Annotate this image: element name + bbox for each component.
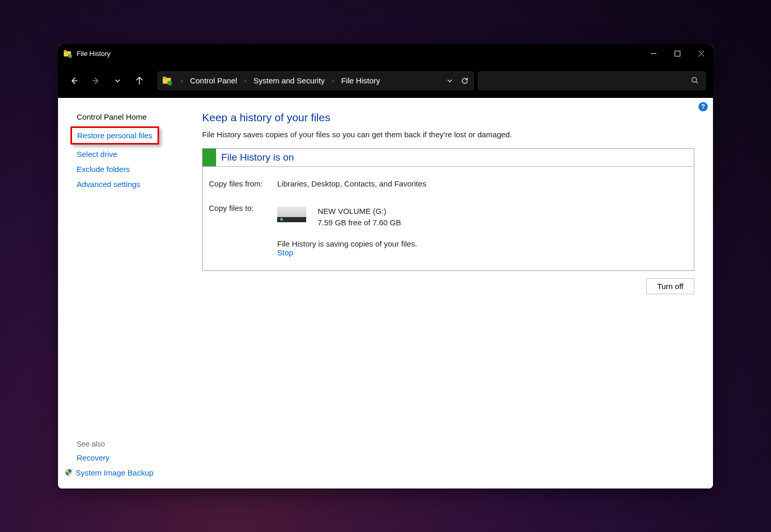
copy-from-label: Copy files from:	[209, 177, 276, 190]
main-panel: Keep a history of your files File Histor…	[202, 98, 713, 488]
sidebar: Control Panel Home Restore personal file…	[58, 98, 202, 488]
address-bar[interactable]: › Control Panel › System and Security › …	[158, 71, 474, 90]
titlebar: File History	[58, 44, 713, 64]
saving-status-message: File History is saving copies of your fi…	[277, 239, 426, 248]
svg-rect-4	[675, 51, 680, 56]
chevron-right-icon[interactable]: ›	[241, 78, 250, 84]
status-title: File History is on	[216, 152, 294, 163]
see-also-label: See also	[77, 440, 202, 450]
up-button[interactable]	[131, 72, 148, 90]
sidebar-control-panel-home[interactable]: Control Panel Home	[77, 109, 202, 124]
svg-rect-11	[163, 77, 166, 79]
status-box: File History is on Copy files from: Libr…	[202, 148, 694, 271]
recent-locations-button[interactable]	[109, 72, 126, 90]
sidebar-advanced-settings[interactable]: Advanced settings	[77, 177, 202, 192]
copy-from-value: Libraries, Desktop, Contacts, and Favori…	[277, 177, 426, 190]
drive-name: NEW VOLUME (G:)	[318, 206, 401, 218]
file-history-window: File History	[58, 44, 713, 488]
breadcrumb-file-history[interactable]: File History	[339, 75, 382, 86]
highlight-restore-personal-files: Restore personal files	[70, 126, 159, 145]
help-icon[interactable]: ?	[698, 102, 708, 111]
drive-icon	[277, 207, 306, 222]
folder-icon	[162, 76, 173, 86]
nav-toolbar: › Control Panel › System and Security › …	[58, 64, 713, 98]
search-box[interactable]	[478, 71, 706, 90]
svg-line-14	[696, 82, 698, 84]
search-icon	[691, 77, 699, 84]
sidebar-select-drive[interactable]: Select drive	[77, 147, 202, 162]
forward-button[interactable]	[87, 72, 105, 90]
stop-link[interactable]: Stop	[277, 248, 426, 257]
sidebar-exclude-folders[interactable]: Exclude folders	[77, 162, 202, 177]
turn-off-button[interactable]: Turn off	[646, 278, 694, 294]
sidebar-restore-personal-files[interactable]: Restore personal files	[77, 128, 152, 143]
refresh-button[interactable]	[461, 77, 469, 85]
close-button[interactable]	[689, 44, 713, 64]
svg-point-13	[692, 78, 697, 82]
chevron-right-icon[interactable]: ›	[178, 78, 186, 84]
content-area: ? Control Panel Home Restore personal fi…	[58, 98, 713, 488]
svg-point-12	[167, 81, 172, 85]
page-heading: Keep a history of your files	[202, 111, 694, 124]
address-dropdown-button[interactable]	[446, 77, 453, 84]
status-indicator-icon	[203, 149, 216, 166]
sidebar-system-image-backup[interactable]: System Image Backup	[76, 465, 153, 480]
minimize-button[interactable]	[641, 44, 665, 64]
breadcrumb-control-panel[interactable]: Control Panel	[188, 75, 239, 86]
window-title: File History	[77, 50, 110, 57]
shield-icon	[64, 468, 73, 477]
page-subtitle: File History saves copies of your files …	[202, 130, 694, 139]
breadcrumb-system-security[interactable]: System and Security	[251, 75, 327, 86]
back-button[interactable]	[65, 72, 83, 90]
svg-rect-1	[64, 50, 67, 52]
copy-to-label: Copy files to:	[209, 202, 276, 259]
chevron-right-icon[interactable]: ›	[329, 78, 337, 84]
sidebar-recovery[interactable]: Recovery	[77, 450, 202, 465]
maximize-button[interactable]	[665, 44, 689, 64]
app-icon	[63, 49, 73, 59]
drive-space: 7.59 GB free of 7.60 GB	[318, 217, 401, 229]
status-header: File History is on	[203, 149, 694, 167]
